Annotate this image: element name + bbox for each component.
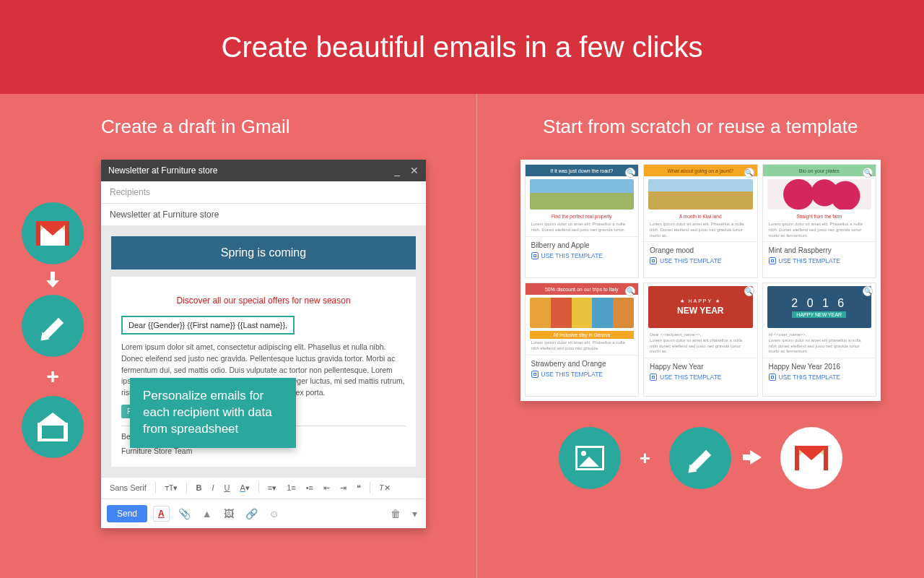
- template-banner: 50% discount on our trips to Italy: [526, 283, 639, 295]
- template-name: Strawberry and Orange: [526, 355, 639, 369]
- copy-icon: [650, 374, 657, 381]
- template-thumbnail: [767, 179, 872, 210]
- template-step-icon: [559, 427, 621, 489]
- clear-format-icon[interactable]: T✕: [376, 482, 393, 494]
- use-template-button[interactable]: USE THIS TEMPLATE: [763, 256, 876, 269]
- recipients-field[interactable]: Recipients: [101, 181, 426, 204]
- template-thumbnail: [530, 179, 635, 210]
- special-offer-line: Discover all our special offers for new …: [121, 296, 406, 306]
- arrow-down-icon: [46, 272, 59, 288]
- right-panel-title: Start from scratch or reuse a template: [506, 116, 896, 138]
- template-thumbnail: [648, 179, 753, 210]
- pencil-icon: [686, 444, 715, 473]
- use-template-button[interactable]: USE THIS TEMPLATE: [644, 372, 757, 385]
- minimize-icon[interactable]: _: [394, 165, 400, 176]
- newsletter-banner: Spring is coming: [111, 236, 416, 269]
- insert-link-icon[interactable]: 🔗: [243, 508, 261, 519]
- numbered-list-icon[interactable]: 1≡: [284, 482, 299, 493]
- template-caption: All inclusive stay in Genova: [530, 331, 635, 339]
- pencil-icon: [38, 311, 67, 340]
- template-card[interactable]: 50% discount on our trips to Italy 🔍 All…: [525, 282, 640, 397]
- quote-icon[interactable]: ❝: [354, 482, 364, 494]
- workflow-icons-column: +: [22, 202, 84, 458]
- send-step-icon: [22, 396, 84, 458]
- template-card[interactable]: 🔍 ★ HAPPY ★NEW YEAR Dear <<recipient_nam…: [643, 282, 758, 397]
- font-family-select[interactable]: Sans Serif: [107, 482, 149, 493]
- mail-open-icon: [38, 413, 68, 441]
- plus-icon: +: [46, 364, 59, 389]
- template-thumbnail: [530, 298, 635, 328]
- align-icon[interactable]: ≡▾: [265, 482, 279, 494]
- indent-more-icon[interactable]: ⇥: [337, 482, 349, 494]
- zoom-icon[interactable]: 🔍: [625, 168, 635, 178]
- template-caption: Find the perfect real property: [526, 212, 639, 220]
- hero-title: Create beautiful emails in a few clicks: [222, 31, 703, 64]
- template-card[interactable]: Bio on your plates 🔍 Straight from the f…: [762, 164, 877, 278]
- send-button[interactable]: Send: [107, 505, 147, 522]
- template-card[interactable]: What about going on a jaunt? 🔍 A month i…: [643, 164, 758, 278]
- template-lorem: Lorem ipsum dolor sit amet elit. Phasell…: [526, 339, 639, 355]
- gmail-icon: [795, 446, 828, 470]
- bottom-workflow-icons: +: [520, 427, 881, 489]
- emoji-icon[interactable]: ☺: [266, 508, 282, 519]
- insert-image-icon[interactable]: 🖼: [221, 508, 237, 519]
- close-icon[interactable]: ✕: [410, 165, 419, 176]
- font-size-icon[interactable]: ᴛT▾: [162, 482, 181, 494]
- attach-icon[interactable]: 📎: [175, 508, 193, 519]
- template-banner: Bio on your plates: [763, 165, 876, 176]
- template-lorem: Hi <<user_name>>,Lorem ipsum dolor sit a…: [763, 331, 876, 358]
- template-lorem: Dear <<recipient_name>>,Lorem ipsum dolo…: [644, 331, 757, 358]
- copy-icon: [531, 252, 539, 259]
- template-card[interactable]: If it was just down the road? 🔍 Find the…: [525, 164, 640, 278]
- template-name: Happy New Year 2016: [763, 358, 876, 372]
- template-name: Orange mood: [644, 241, 757, 256]
- template-name: Bilberry and Apple: [526, 236, 639, 251]
- use-template-button[interactable]: USE THIS TEMPLATE: [526, 369, 639, 382]
- gmail-result-icon: [780, 427, 842, 489]
- text-color-icon[interactable]: A▾: [237, 482, 252, 494]
- left-panel: + Create a draft in Gmail Newsletter at …: [0, 94, 477, 578]
- template-caption: A month in Kiwi land: [644, 212, 757, 220]
- edit-step-icon: [22, 295, 84, 357]
- merge-fields-highlight: Dear {{Gender}} {{First name}} {{Last na…: [121, 316, 295, 335]
- template-caption: Straight from the farm: [763, 212, 876, 220]
- compose-sendbar: Send A 📎 ▲ 🖼 🔗 ☺ 🗑 ▾: [101, 499, 426, 528]
- discard-icon[interactable]: 🗑: [388, 508, 404, 519]
- content-row: + Create a draft in Gmail Newsletter at …: [0, 94, 924, 578]
- template-lorem: Lorem ipsum dolor sit amet elit. Phasell…: [526, 220, 639, 236]
- more-options-icon[interactable]: ▾: [409, 508, 420, 519]
- bold-icon[interactable]: B: [193, 482, 204, 493]
- image-icon: [575, 446, 604, 470]
- use-template-button[interactable]: USE THIS TEMPLATE: [526, 251, 639, 264]
- italic-icon[interactable]: I: [209, 482, 217, 493]
- drive-icon[interactable]: ▲: [199, 508, 215, 519]
- right-panel: Start from scratch or reuse a template I…: [477, 94, 925, 578]
- zoom-icon[interactable]: 🔍: [744, 286, 754, 296]
- formatting-toggle-icon[interactable]: A: [153, 506, 170, 522]
- zoom-icon[interactable]: 🔍: [863, 168, 873, 178]
- use-template-button[interactable]: USE THIS TEMPLATE: [763, 372, 876, 385]
- template-name: Mint and Raspberry: [763, 241, 876, 256]
- subject-field[interactable]: Newsletter at Furniture store: [101, 204, 426, 226]
- bullet-list-icon[interactable]: •≡: [303, 482, 316, 493]
- template-name: Happy New Year: [644, 358, 757, 372]
- arrow-right-icon: [750, 447, 762, 470]
- plus-icon: +: [640, 447, 650, 470]
- template-thumbnail: ★ HAPPY ★NEW YEAR: [648, 286, 753, 328]
- zoom-icon[interactable]: 🔍: [625, 286, 635, 296]
- zoom-icon[interactable]: 🔍: [744, 168, 754, 178]
- copy-icon: [650, 257, 657, 264]
- template-banner: If it was just down the road?: [526, 165, 639, 176]
- zoom-icon[interactable]: 🔍: [863, 286, 873, 296]
- compose-titlebar[interactable]: Newsletter at Furniture store _ ✕: [101, 160, 426, 181]
- template-lorem: Lorem ipsum dolor sit amet elit. Phasell…: [763, 220, 876, 241]
- indent-less-icon[interactable]: ⇤: [321, 482, 333, 494]
- copy-icon: [531, 371, 539, 378]
- underline-icon[interactable]: U: [222, 482, 233, 493]
- template-thumbnail: 2 0 1 6HAPPY NEW YEAR: [767, 286, 872, 328]
- template-card[interactable]: 🔍 2 0 1 6HAPPY NEW YEAR Hi <<user_name>>…: [762, 282, 877, 397]
- gmail-compose-window: Newsletter at Furniture store _ ✕ Recipi…: [101, 160, 426, 528]
- compose-window-title: Newsletter at Furniture store: [108, 165, 217, 176]
- use-template-button[interactable]: USE THIS TEMPLATE: [644, 256, 757, 269]
- format-toolbar: Sans Serif ᴛT▾ B I U A▾ ≡▾ 1≡ •≡ ⇤ ⇥ ❝ T…: [101, 477, 426, 499]
